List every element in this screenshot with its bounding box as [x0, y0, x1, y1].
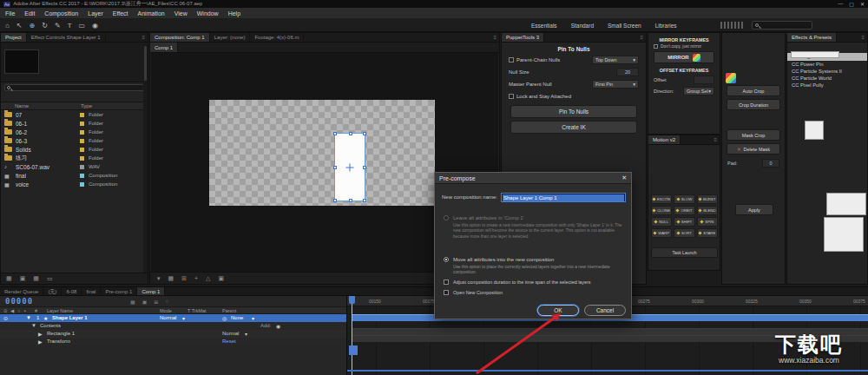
project-row[interactable]: 07 Folder — [1, 110, 148, 119]
layer-row-shape-layer-1[interactable]: ⊙ ▼ 1 ★ Shape Layer 1 Normal ▾ ◎ None ▾ — [0, 314, 346, 322]
tab-puppet-tools[interactable]: PuppetTools 3 — [502, 33, 544, 42]
menu-help[interactable]: Help — [228, 10, 240, 16]
master-parent-dropdown[interactable]: First Pin ▾ — [592, 80, 639, 89]
maximize-button[interactable]: ▢ — [849, 1, 854, 7]
selection-handle[interactable] — [363, 166, 366, 169]
type-tool-icon[interactable]: T — [68, 22, 72, 30]
panel-menu-icon[interactable]: ≡ — [139, 33, 148, 42]
pen-tool-icon[interactable]: ✎ — [55, 22, 61, 30]
column-name[interactable]: Name — [1, 103, 81, 109]
rectangle-tool-icon[interactable]: ▭ — [79, 22, 86, 30]
effects-search-input[interactable] — [791, 51, 839, 58]
project-scrollbar[interactable] — [143, 43, 148, 273]
tab-footage[interactable]: Footage: 4(x)-06.m — [250, 33, 304, 42]
project-row[interactable]: ♪ SC06-07.wav WAV — [1, 162, 148, 171]
panel-menu-icon[interactable]: ≡ — [490, 33, 499, 42]
layer-name[interactable]: Shape Layer 1 — [52, 315, 88, 320]
motion-blur-icon[interactable]: ○ — [165, 299, 168, 305]
adjust-duration-checkbox[interactable] — [444, 280, 449, 285]
crop-duration-button[interactable]: Crop Duration — [727, 99, 780, 110]
column-trkmat[interactable]: T TrkMat — [187, 308, 207, 313]
time-navigator-handle[interactable] — [349, 345, 358, 355]
shy-layers-icon[interactable]: ⊞ — [154, 299, 158, 305]
selection-handle[interactable] — [363, 199, 366, 202]
cancel-button[interactable]: Cancel — [584, 305, 626, 316]
column-parent[interactable]: Parent — [222, 308, 236, 313]
motion-button-sort[interactable]: SORT — [674, 228, 694, 238]
twirl-icon[interactable]: ▶ — [38, 331, 43, 337]
timeline-comp-tab[interactable]: Pre-comp 1 — [101, 287, 137, 295]
mirror-button[interactable]: MIRROR — [654, 51, 714, 63]
label-chip[interactable] — [80, 156, 84, 161]
transform-row[interactable]: ▶ Transform Reset — [0, 338, 346, 345]
menu-layer[interactable]: Layer — [88, 10, 103, 16]
workspace-small-screen[interactable]: Small Screen — [608, 23, 641, 29]
current-time-indicator-handle[interactable] — [349, 296, 355, 304]
draft-3d-icon[interactable]: ▣ — [142, 299, 148, 305]
workspace-libraries[interactable]: Libraries — [655, 23, 677, 29]
twirl-icon[interactable]: ▶ — [38, 339, 43, 345]
selection-handle[interactable] — [333, 199, 337, 202]
menu-composition[interactable]: Composition — [44, 10, 78, 16]
label-chip[interactable] — [80, 113, 84, 117]
selection-handle[interactable] — [333, 166, 337, 169]
null-size-input[interactable]: 20 — [616, 68, 639, 76]
delete-mask-button[interactable]: ✕ Delete Mask — [727, 143, 780, 155]
close-button[interactable]: ✕ — [860, 1, 865, 7]
eye-icon[interactable]: ⊙ — [3, 315, 8, 321]
project-row[interactable]: 06-2 Folder — [1, 128, 148, 136]
transform-reset-link[interactable]: Reset — [222, 339, 236, 344]
menu-effect[interactable]: Effect — [113, 10, 128, 16]
motion-button-orbit[interactable]: ORBIT — [674, 206, 694, 215]
column-layer-name[interactable]: Layer Name — [47, 308, 73, 313]
tab-layer[interactable]: Layer: (none) — [210, 33, 251, 42]
menu-view[interactable]: View — [174, 10, 187, 16]
dialog-close-icon[interactable]: ✕ — [621, 174, 627, 181]
project-row[interactable]: ▦ voice Composition — [1, 180, 148, 188]
parent-chain-dropdown[interactable]: Top Down ▾ — [592, 56, 639, 64]
move-attributes-radio[interactable] — [444, 257, 449, 262]
tab-motion-v2[interactable]: Motion v2 — [648, 135, 681, 144]
motion-button-excite[interactable]: EXCITE — [651, 194, 672, 204]
parent-chain-checkbox[interactable] — [509, 57, 514, 62]
project-row[interactable]: Solids Folder — [1, 145, 148, 154]
workspace-essentials[interactable]: Essentials — [531, 23, 557, 29]
motion-button-warp[interactable]: WARP — [651, 228, 672, 238]
selected-shape[interactable] — [334, 133, 365, 201]
comp-tab[interactable]: Comp 1 — [150, 43, 178, 52]
mask-crop-button[interactable]: Mask Crop — [727, 129, 780, 141]
open-new-comp-checkbox[interactable] — [444, 290, 449, 295]
column-type[interactable]: Type — [81, 103, 92, 109]
current-time-field[interactable]: 00000 — [5, 297, 33, 306]
rectangle-row[interactable]: ▶ Rectangle 1 Normal ▾ — [0, 330, 346, 338]
lock-checkbox[interactable] — [509, 94, 514, 99]
create-ik-button[interactable]: Create IK — [510, 121, 637, 134]
direction-dropdown[interactable]: Group Sel ▾ — [683, 87, 714, 95]
tab-effects-presets[interactable]: Effects & Presets — [787, 33, 837, 42]
label-chip[interactable] — [80, 139, 84, 143]
magnification-dropdown-icon[interactable]: ▾ — [157, 275, 161, 282]
selection-tool-icon[interactable]: ↖ — [16, 22, 23, 30]
auto-crop-button[interactable]: Auto Crop — [727, 85, 780, 96]
timeline-horizontal-scrollbar[interactable] — [347, 370, 868, 372]
leave-attributes-radio[interactable] — [444, 215, 449, 220]
column-mode[interactable]: Mode — [160, 308, 172, 313]
label-chip[interactable] — [80, 165, 84, 169]
parent-pickwhip-icon[interactable]: ◎ — [222, 315, 227, 321]
label-chip[interactable] — [80, 148, 84, 152]
add-icon[interactable]: ◉ — [276, 323, 280, 329]
home-tool-icon[interactable]: ⌂ — [5, 22, 10, 30]
choose-grid-icon[interactable]: ▦ — [168, 275, 174, 282]
selection-handle[interactable] — [333, 132, 337, 135]
composition-name-input[interactable]: Shape Layer 1 Comp 1 — [501, 193, 626, 202]
snapshot-icon[interactable]: ▣ — [219, 275, 225, 282]
motion-button-spin[interactable]: SPIN — [697, 217, 718, 227]
safe-zones-icon[interactable]: △ — [206, 275, 210, 282]
menu-file[interactable]: File — [5, 10, 15, 16]
menu-window[interactable]: Window — [197, 10, 219, 16]
ok-button[interactable]: OK — [537, 305, 579, 316]
motion-button-slow[interactable]: SLOW — [674, 194, 694, 204]
motion-button-null[interactable]: NULL — [651, 217, 672, 227]
task-launch-button[interactable]: Task Launch — [651, 247, 718, 258]
motion-button-burst[interactable]: BURST — [697, 194, 718, 204]
